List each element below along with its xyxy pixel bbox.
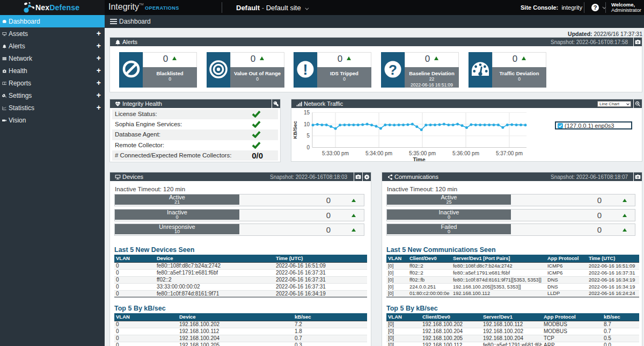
svg-text:?: ? xyxy=(389,62,397,78)
svg-text:5:36:00 pm: 5:36:00 pm xyxy=(452,150,479,156)
svg-text:5:34:00 pm: 5:34:00 pm xyxy=(365,150,392,156)
svg-text:10: 10 xyxy=(304,121,310,127)
svg-text:5:37:00 pm: 5:37:00 pm xyxy=(496,150,523,156)
svg-text:!: ! xyxy=(303,62,308,78)
svg-text:5: 5 xyxy=(306,133,310,139)
svg-text:15: 15 xyxy=(304,110,310,116)
svg-text:KB/Sec: KB/Sec xyxy=(292,121,298,139)
svg-text:5:35:00 pm: 5:35:00 pm xyxy=(409,150,436,156)
svg-text:5:33:00 pm: 5:33:00 pm xyxy=(322,150,349,156)
svg-text:Time: Time xyxy=(413,157,426,162)
svg-text:0: 0 xyxy=(306,145,310,150)
